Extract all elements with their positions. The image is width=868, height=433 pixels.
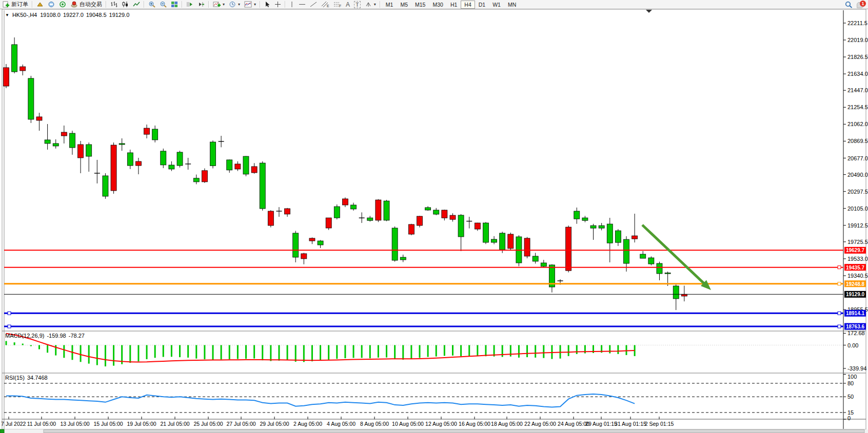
candle-body — [161, 151, 166, 165]
crosshair-tool-button[interactable] — [272, 1, 283, 8]
rsi-axis-label: 0 — [847, 415, 851, 421]
market-watch-icon — [48, 1, 55, 8]
new-chart-button[interactable]: ▾ — [211, 1, 227, 8]
timeframe-button-M30[interactable]: M30 — [429, 1, 446, 9]
periods-button[interactable]: ▾ — [227, 1, 242, 8]
candle-body — [450, 215, 456, 219]
rsi-value: 34.7468 — [27, 375, 48, 381]
vertical-line-tool-button[interactable] — [287, 1, 297, 8]
candle-body — [532, 256, 538, 261]
candle-body — [243, 156, 249, 174]
indicators-button[interactable]: ▾ — [242, 1, 258, 8]
date-tick-label: 2 Sep 01:15 — [645, 421, 674, 427]
candle-body — [632, 236, 638, 239]
ohlc-low: 19048.5 — [86, 12, 107, 18]
line-handle[interactable] — [8, 325, 11, 328]
notification-count-badge: 1 — [860, 1, 866, 7]
macd-axis-label: -339.94 — [847, 365, 866, 372]
candle-body — [433, 210, 439, 214]
candle-body — [69, 133, 75, 148]
timeframe-button-MN[interactable]: MN — [504, 1, 520, 9]
tile-windows-button[interactable] — [169, 1, 180, 8]
line-handle[interactable] — [838, 312, 841, 315]
toolbar-separator — [208, 1, 209, 8]
line-handle[interactable] — [8, 312, 11, 315]
date-tick-label: 25 Jul 05:00 — [193, 421, 223, 427]
ohlc-close: 19129.0 — [109, 12, 130, 18]
trendline-tool-button[interactable] — [308, 1, 319, 8]
navigator-icon — [59, 1, 66, 8]
autotrading-button[interactable]: 自动交易 — [68, 1, 104, 8]
candle-body — [53, 143, 58, 146]
candle-body — [285, 209, 290, 214]
timeframe-button-D1[interactable]: D1 — [475, 1, 489, 9]
price-tick-label: 20869.5 — [847, 138, 868, 144]
timeframe-button-H1[interactable]: H1 — [447, 1, 461, 9]
new-order-button[interactable]: 新订单 — [0, 1, 30, 8]
candlestick-chart-button[interactable] — [120, 1, 131, 8]
macd-signal-value: -78.27 — [69, 333, 85, 339]
chart-menu-arrow[interactable]: ▼ — [5, 13, 9, 17]
bar-chart-button[interactable] — [108, 1, 120, 8]
auto-scroll-button[interactable] — [184, 1, 195, 8]
zoom-in-button[interactable] — [146, 1, 157, 8]
timeframe-button-M15[interactable]: M15 — [411, 1, 429, 9]
candle-body — [574, 211, 580, 219]
new-order-label: 新订单 — [11, 1, 28, 8]
candle-body — [193, 178, 199, 182]
search-icon[interactable] — [845, 1, 853, 8]
candle-body — [301, 254, 307, 259]
candle-body — [417, 216, 423, 225]
timeframe-button-W1[interactable]: W1 — [489, 1, 504, 9]
candle-body — [442, 210, 447, 218]
macd-indicator-name: MACD(12,26,9) — [5, 333, 44, 339]
chart-profile-icon — [36, 1, 44, 8]
line-handle[interactable] — [838, 325, 841, 328]
dropdown-arrow-icon: ▾ — [238, 2, 240, 7]
price-tick-label: 21447.0 — [847, 87, 868, 93]
toolbar-separator — [182, 1, 183, 8]
date-tick-label: 21 Jul 05:00 — [160, 421, 189, 427]
price-tick-label: 21826.5 — [847, 54, 868, 60]
navigator-button[interactable] — [57, 1, 68, 8]
market-watch-button[interactable] — [46, 1, 57, 8]
period-clock-icon — [229, 1, 236, 8]
candle-body — [648, 258, 654, 264]
candle-body — [342, 199, 348, 205]
toolbar-separator — [32, 1, 33, 8]
equidistant-channel-tool-button[interactable]: E — [319, 1, 331, 8]
candle-body — [367, 218, 373, 220]
candle-body — [135, 161, 141, 166]
text-label-tool-button[interactable]: T — [352, 1, 363, 8]
line-handle[interactable] — [838, 282, 841, 285]
line-chart-button[interactable] — [131, 1, 142, 8]
candle-body — [202, 171, 207, 182]
date-tick-label: 7 Jul 2022 — [1, 421, 26, 427]
text-tool-button[interactable]: A — [344, 1, 352, 8]
toolbar-separator — [106, 1, 107, 8]
candle-body — [293, 233, 299, 257]
fibonacci-tool-button[interactable]: F — [331, 1, 344, 8]
candle-body — [491, 239, 497, 242]
candlestick-chart-icon — [122, 1, 129, 8]
price-tick-label: 19725.5 — [847, 239, 868, 245]
horizontal-line-tool-button[interactable] — [297, 1, 308, 8]
timeframe-button-M5[interactable]: M5 — [397, 1, 411, 9]
timeframe-button-H4[interactable]: H4 — [461, 1, 475, 9]
timeframe-button-M1[interactable]: M1 — [382, 1, 397, 9]
cursor-tool-button[interactable] — [262, 1, 272, 8]
date-tick-label: 2 Aug 05:00 — [293, 421, 322, 427]
zoom-out-button[interactable] — [157, 1, 169, 8]
toolbar-right-group: 1 — [845, 1, 868, 8]
chart-profile-button[interactable] — [34, 1, 46, 8]
chart-shift-button[interactable] — [195, 1, 207, 8]
h-scrollbar-thumb[interactable] — [44, 430, 864, 433]
rsi-axis-label: 50 — [847, 394, 854, 400]
scroll-home-indicator — [0, 429, 4, 433]
arrows-tool-button[interactable]: ▾ — [363, 1, 378, 8]
notifications-button[interactable]: 1 — [857, 1, 865, 8]
line-handle[interactable] — [838, 266, 841, 269]
date-tick-label: 13 Jul 05:00 — [60, 421, 89, 427]
candle-body — [268, 211, 273, 225]
candle-body — [103, 176, 108, 196]
